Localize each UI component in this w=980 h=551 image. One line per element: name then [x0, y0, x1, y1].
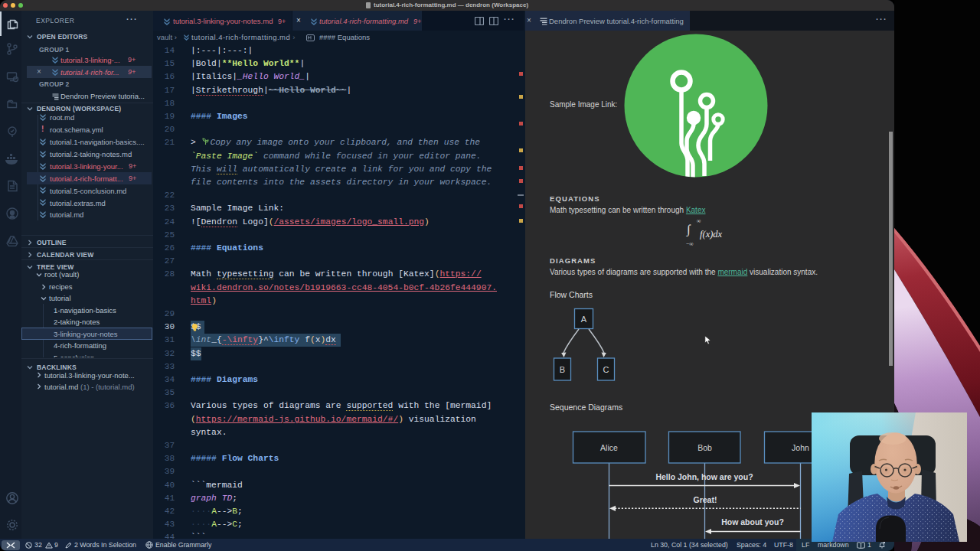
svg-text:C: C: [603, 365, 609, 374]
svg-text:B: B: [560, 365, 565, 374]
svg-text:John: John: [792, 443, 809, 452]
svg-text:Alice: Alice: [600, 443, 618, 452]
svg-text:Bob: Bob: [697, 443, 712, 452]
svg-text:A: A: [581, 315, 587, 324]
svg-text:Great!: Great!: [694, 495, 717, 504]
svg-text:Hello John, how are you?: Hello John, how are you?: [655, 472, 753, 481]
svg-text:How about you?: How about you?: [721, 517, 784, 527]
